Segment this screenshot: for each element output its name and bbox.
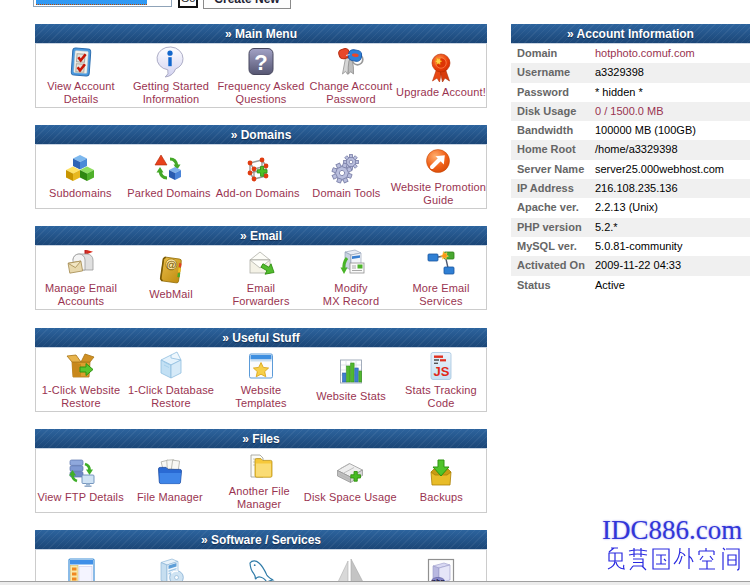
svg-text:JS: JS (434, 364, 450, 379)
svg-text:?: ? (254, 50, 267, 75)
svg-text:@: @ (165, 258, 177, 271)
